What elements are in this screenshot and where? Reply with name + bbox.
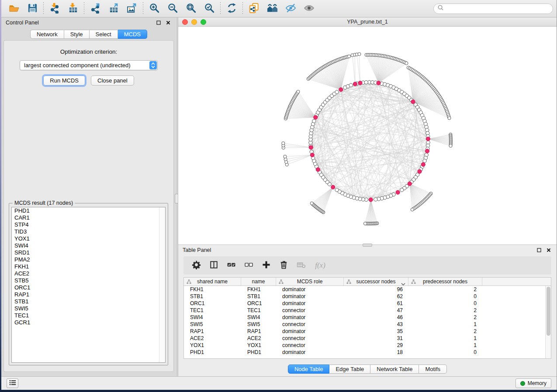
close-panel-icon[interactable]: [165, 19, 172, 26]
cell[interactable]: 2: [408, 307, 482, 314]
cell[interactable]: connector: [276, 335, 344, 342]
network-node[interactable]: [411, 208, 414, 211]
table-row[interactable]: ACE2ACE2connector311: [184, 335, 545, 342]
cell[interactable]: PHD1: [241, 349, 276, 356]
cell[interactable]: dominator: [276, 349, 344, 356]
zoom-fit-button[interactable]: [182, 1, 200, 16]
column-header-successor-nodes[interactable]: successor nodes: [344, 278, 408, 285]
cell[interactable]: ORC1: [184, 300, 241, 307]
cell[interactable]: 31: [344, 335, 408, 342]
network-node[interactable]: [349, 83, 353, 87]
tab-edge-table[interactable]: Edge Table: [329, 364, 370, 374]
cell[interactable]: PHD1: [184, 349, 241, 356]
table-row[interactable]: FKH1FKH1dominator962: [184, 286, 545, 293]
select-all-rows-button[interactable]: [225, 259, 238, 272]
mcds-result-list[interactable]: PHD1CAR1STP4TID3YOX1SWI4SRD1PMA2FKH1ACE2…: [11, 207, 166, 363]
cell[interactable]: 29: [344, 342, 408, 349]
network-hub-node[interactable]: [353, 82, 357, 86]
column-header-name[interactable]: name: [241, 278, 276, 285]
mcds-result-item[interactable]: ORC1: [12, 284, 165, 291]
table-row[interactable]: PHD1PHD1dominator180: [184, 349, 545, 356]
cell[interactable]: connector: [276, 321, 344, 328]
tab-mcds[interactable]: MCDS: [118, 30, 147, 39]
cell[interactable]: 43: [344, 321, 408, 328]
cell[interactable]: 1: [408, 342, 482, 349]
column-header-MCDS-role[interactable]: MCDS role: [276, 278, 344, 285]
cell[interactable]: SWI4: [241, 314, 276, 321]
table-mode-button[interactable]: [190, 259, 203, 272]
cell[interactable]: 0: [408, 300, 482, 307]
minimize-window-icon[interactable]: [191, 19, 197, 25]
network-node[interactable]: [400, 188, 404, 192]
network-canvas[interactable]: [178, 27, 557, 244]
first-neighbors-button[interactable]: [263, 1, 281, 16]
cell[interactable]: dominator: [276, 314, 344, 321]
mcds-result-item[interactable]: FKH1: [12, 263, 165, 270]
table-row[interactable]: RAP1RAP1dominator352: [184, 328, 545, 335]
deselect-all-rows-button[interactable]: [242, 259, 255, 272]
tab-network[interactable]: Network: [30, 30, 64, 39]
cell[interactable]: 62: [344, 293, 408, 300]
network-hub-node[interactable]: [411, 100, 415, 103]
cell[interactable]: TEC1: [241, 307, 276, 314]
network-hub-node[interactable]: [421, 162, 425, 166]
float-table-panel-icon[interactable]: [536, 247, 543, 254]
task-history-button[interactable]: [7, 378, 18, 388]
cell[interactable]: connector: [276, 307, 344, 314]
cell[interactable]: YOX1: [241, 342, 276, 349]
mcds-result-item[interactable]: SWI5: [12, 305, 165, 312]
cell[interactable]: dominator: [276, 286, 344, 293]
cell[interactable]: dominator: [276, 328, 344, 335]
export-image-button[interactable]: [123, 1, 141, 16]
table-row[interactable]: SWI5SWI5connector431: [184, 321, 545, 328]
cell[interactable]: 18: [344, 349, 408, 356]
open-file-button[interactable]: [5, 1, 23, 16]
mcds-result-item[interactable]: PHD1: [12, 207, 165, 214]
cell[interactable]: ORC1: [241, 300, 276, 307]
delete-columns-button[interactable]: [277, 259, 290, 272]
column-header-predecessor-nodes[interactable]: predecessor nodes: [408, 278, 482, 285]
save-session-button[interactable]: [23, 1, 42, 16]
cell[interactable]: 46: [344, 314, 408, 321]
export-network-button[interactable]: [86, 1, 104, 16]
import-network-button[interactable]: [45, 1, 64, 16]
show-all-button[interactable]: [300, 1, 318, 16]
mcds-result-item[interactable]: TID3: [12, 228, 165, 235]
cell[interactable]: connector: [276, 342, 344, 349]
network-hub-node[interactable]: [331, 185, 335, 189]
cell[interactable]: 0: [408, 349, 482, 356]
float-panel-icon[interactable]: [155, 19, 162, 26]
cell[interactable]: 1: [408, 335, 482, 342]
scrollbar-thumb[interactable]: [547, 287, 550, 336]
network-node[interactable]: [405, 62, 408, 65]
network-hub-node[interactable]: [358, 81, 362, 85]
run-mcds-button[interactable]: Run MCDS: [43, 76, 85, 86]
network-node[interactable]: [449, 144, 452, 147]
cell[interactable]: dominator: [276, 293, 344, 300]
table-row[interactable]: STB1STB1dominator620: [184, 293, 545, 300]
network-hub-node[interactable]: [418, 169, 422, 173]
cell[interactable]: 2: [408, 286, 482, 293]
cell[interactable]: ACE2: [241, 335, 276, 342]
network-node[interactable]: [335, 90, 339, 94]
network-node[interactable]: [282, 142, 285, 145]
column-header-shared-name[interactable]: shared name: [184, 278, 241, 285]
cell[interactable]: TEC1: [184, 307, 241, 314]
network-hub-node[interactable]: [309, 145, 313, 149]
network-from-selection-button[interactable]: [245, 1, 263, 16]
cell[interactable]: RAP1: [241, 328, 276, 335]
cell[interactable]: 2: [408, 328, 482, 335]
tab-node-table[interactable]: Node Table: [288, 364, 330, 374]
apply-layout-button[interactable]: [222, 1, 241, 16]
network-hub-node[interactable]: [369, 198, 373, 202]
network-hub-node[interactable]: [408, 182, 412, 186]
network-node[interactable]: [347, 55, 350, 58]
network-hub-node[interactable]: [426, 137, 430, 141]
network-hub-node[interactable]: [314, 115, 318, 119]
cell[interactable]: FKH1: [241, 286, 276, 293]
mcds-result-item[interactable]: SWI4: [12, 242, 165, 249]
cell[interactable]: YOX1: [184, 342, 241, 349]
mcds-result-item[interactable]: GCR1: [12, 319, 165, 326]
tab-style[interactable]: Style: [64, 30, 90, 39]
cell[interactable]: FKH1: [184, 286, 241, 293]
